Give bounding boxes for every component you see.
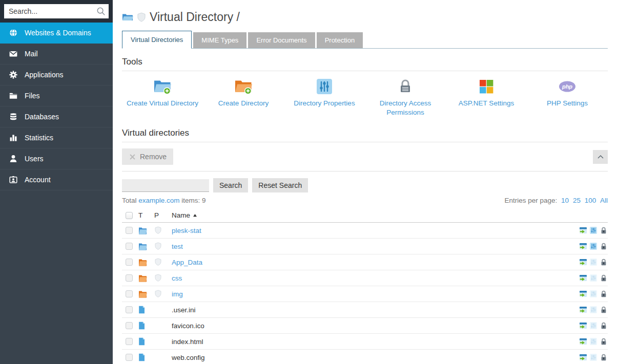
open-folder-icon: [122, 12, 133, 22]
permissions-lock-icon[interactable]: [600, 337, 608, 346]
properties-icon: [589, 337, 598, 346]
permissions-lock-icon[interactable]: [600, 258, 608, 266]
directory-access-permissions-button[interactable]: Directory Access Permissions: [365, 78, 446, 117]
entries-option-10[interactable]: 10: [561, 197, 569, 204]
column-type[interactable]: T: [138, 211, 154, 219]
properties-icon: [589, 290, 598, 298]
open-in-web-icon[interactable]: [579, 322, 587, 330]
list-search-input[interactable]: [122, 179, 209, 192]
open-in-web-icon[interactable]: [579, 306, 587, 314]
globe-icon: [9, 28, 18, 37]
sidebar-item-users[interactable]: Users: [0, 148, 113, 169]
row-checkbox[interactable]: [126, 227, 133, 234]
open-in-web-icon[interactable]: [579, 337, 587, 346]
sidebar-item-databases[interactable]: Databases: [0, 106, 113, 127]
permissions-lock-icon[interactable]: [600, 322, 608, 330]
properties-icon: [589, 353, 598, 361]
permissions-lock-icon[interactable]: [600, 242, 608, 250]
file-icon: [138, 322, 145, 330]
protection-shield-icon: [154, 274, 162, 283]
main-content: Virtual Directory / Virtual Directories …: [113, 0, 618, 364]
entries-per-page: Entries per page: 10 25 100 All: [505, 197, 608, 204]
open-in-web-icon[interactable]: [579, 353, 587, 361]
table-row: App_Data: [122, 254, 608, 270]
sidebar-item-statistics[interactable]: Statistics: [0, 127, 113, 148]
item-name[interactable]: test: [172, 243, 183, 250]
sidebar-item-websites-domains[interactable]: Websites & Domains: [0, 23, 113, 44]
page-header: Virtual Directory /: [122, 10, 608, 24]
properties-icon[interactable]: [589, 226, 598, 234]
select-all-checkbox[interactable]: [126, 212, 133, 219]
php-icon: php: [559, 80, 576, 93]
tab-mime-types[interactable]: MIME Types: [193, 32, 246, 48]
user-icon: [9, 154, 18, 163]
create-virtual-directory-button[interactable]: Create Virtual Directory: [122, 78, 203, 117]
aspnet-icon: [478, 78, 495, 95]
gear-icon: [9, 70, 18, 79]
collapse-toolbar-button[interactable]: [593, 150, 608, 164]
sidebar-item-files[interactable]: Files: [0, 85, 113, 106]
sidebar-item-account[interactable]: Account: [0, 169, 113, 190]
row-checkbox[interactable]: [126, 290, 133, 297]
open-in-web-icon[interactable]: [579, 274, 587, 282]
open-in-web-icon[interactable]: [579, 242, 587, 250]
row-checkbox[interactable]: [126, 322, 133, 329]
sidebar-item-mail[interactable]: Mail: [0, 44, 113, 65]
domain-link[interactable]: example.com: [138, 197, 179, 204]
shield-icon: [137, 12, 146, 23]
php-settings-button[interactable]: php PHP Settings: [527, 78, 608, 117]
directory-access-permissions-icon: [397, 78, 414, 95]
item-name[interactable]: plesk-stat: [172, 227, 201, 234]
item-name[interactable]: img: [172, 290, 183, 298]
entries-option-all[interactable]: All: [600, 197, 608, 204]
row-checkbox[interactable]: [126, 259, 133, 266]
tab-virtual-directories[interactable]: Virtual Directories: [122, 31, 192, 49]
open-in-web-icon[interactable]: [579, 226, 587, 234]
remove-button[interactable]: Remove: [122, 148, 173, 165]
item-name: .user.ini: [172, 306, 196, 314]
entries-option-100[interactable]: 100: [585, 197, 596, 204]
search-button[interactable]: Search: [213, 178, 248, 192]
aspnet-settings-button[interactable]: ASP.NET Settings: [446, 78, 527, 117]
search-input[interactable]: [4, 4, 109, 18]
directory-properties-button[interactable]: Directory Properties: [284, 78, 365, 117]
tab-error-documents[interactable]: Error Documents: [248, 32, 315, 48]
row-checkbox[interactable]: [126, 354, 133, 361]
reset-search-button[interactable]: Reset Search: [252, 178, 308, 192]
id-card-icon: [9, 175, 18, 184]
virtual-directories-heading: Virtual directories: [122, 120, 608, 142]
properties-icon: [589, 322, 598, 330]
item-name[interactable]: css: [172, 274, 182, 282]
permissions-lock-icon[interactable]: [600, 306, 608, 314]
entries-option-25[interactable]: 25: [573, 197, 581, 204]
column-name[interactable]: Name: [172, 211, 571, 219]
open-in-web-icon[interactable]: [579, 290, 587, 298]
item-name[interactable]: App_Data: [172, 259, 202, 266]
total-items-text: Total example.com items: 9: [122, 197, 206, 204]
permissions-lock-icon[interactable]: [600, 290, 608, 298]
properties-icon[interactable]: [589, 242, 598, 250]
protection-shield-icon: [154, 242, 162, 251]
file-icon: [138, 306, 145, 314]
row-checkbox[interactable]: [126, 243, 133, 250]
open-in-web-icon[interactable]: [579, 258, 587, 266]
permissions-lock-icon[interactable]: [600, 226, 608, 234]
tools-heading: Tools: [122, 49, 608, 71]
total-prefix: Total: [122, 197, 137, 204]
table-row: test: [122, 239, 608, 254]
create-directory-button[interactable]: Create Directory: [203, 78, 284, 117]
column-protection[interactable]: P: [154, 211, 172, 219]
table-header: T P Name: [122, 208, 608, 223]
row-checkbox[interactable]: [126, 306, 133, 313]
table-row: css: [122, 270, 608, 286]
directory-properties-icon: [316, 78, 333, 95]
permissions-lock-icon[interactable]: [600, 353, 608, 361]
row-checkbox[interactable]: [126, 274, 133, 282]
entries-label: Entries per page:: [505, 197, 558, 204]
properties-icon: [589, 258, 598, 266]
search-icon[interactable]: [96, 7, 106, 16]
tab-protection[interactable]: Protection: [317, 32, 363, 48]
permissions-lock-icon[interactable]: [600, 274, 608, 282]
sidebar-item-applications[interactable]: Applications: [0, 65, 113, 85]
row-checkbox[interactable]: [126, 338, 133, 345]
